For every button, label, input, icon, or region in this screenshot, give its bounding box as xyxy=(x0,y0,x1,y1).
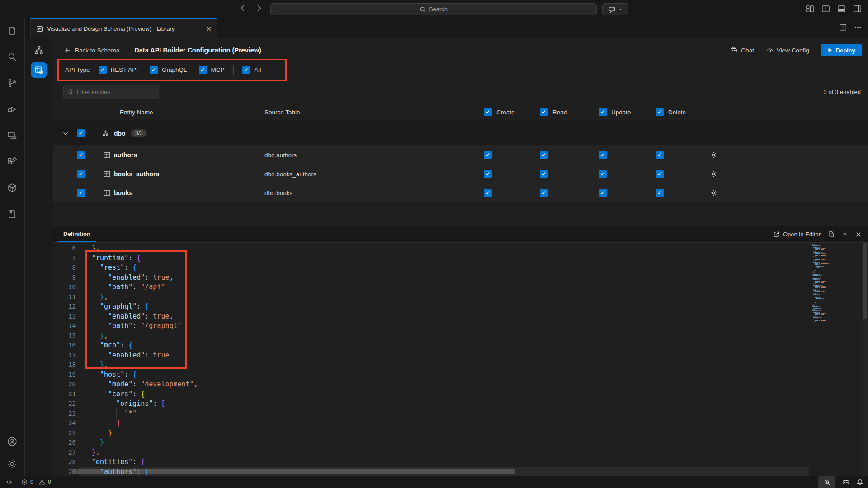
remote-indicator-icon[interactable] xyxy=(6,479,13,486)
op-checkbox-authors-delete[interactable]: ✓ xyxy=(656,151,664,159)
vertical-scrollbar[interactable] xyxy=(862,243,868,476)
toggle-secondary-sidebar-icon[interactable] xyxy=(853,5,862,13)
code-line-15[interactable]: }, xyxy=(84,331,809,341)
op-checkbox-books-create[interactable]: ✓ xyxy=(484,189,492,197)
op-checkbox-authors-update[interactable]: ✓ xyxy=(599,151,607,159)
code-line-25[interactable]: } xyxy=(84,428,809,438)
code-line-26[interactable]: } xyxy=(84,438,809,448)
database-project-icon[interactable] xyxy=(7,209,18,220)
code-line-11[interactable]: }, xyxy=(84,292,809,302)
minimap[interactable] xyxy=(811,244,861,476)
code-line-6[interactable]: }, xyxy=(84,244,809,253)
code-line-14[interactable]: "path": "/graphql" xyxy=(84,321,809,331)
definition-tab[interactable]: Definition xyxy=(58,226,96,242)
command-search-input[interactable]: Search xyxy=(270,3,597,15)
tab-close-icon[interactable]: ✕ xyxy=(206,25,212,33)
schema-visualize-icon[interactable] xyxy=(33,44,45,56)
group-checkbox[interactable]: ✓ xyxy=(77,129,85,137)
copy-icon[interactable] xyxy=(828,231,835,238)
entity-row-authors[interactable]: ✓ authors dbo.authors ✓✓✓✓ xyxy=(53,145,868,164)
col-checkbox-create[interactable]: ✓ xyxy=(484,108,492,116)
code-line-10[interactable]: "path": "/api" xyxy=(84,282,809,292)
toggle-primary-sidebar-icon[interactable] xyxy=(821,5,830,13)
definition-code-editor[interactable]: 6789101112131415161718192021222324252627… xyxy=(53,243,868,476)
op-checkbox-authors-create[interactable]: ✓ xyxy=(484,151,492,159)
row-settings-gear-icon[interactable] xyxy=(710,189,717,197)
vertical-scrollbar-thumb[interactable] xyxy=(863,243,867,319)
code-line-17[interactable]: "enabled": true xyxy=(84,351,809,361)
table-config-icon-active[interactable] xyxy=(31,62,47,78)
code-line-21[interactable]: "cors": { xyxy=(84,389,809,399)
problems-indicator[interactable]: 0 0 xyxy=(21,479,51,485)
code-line-16[interactable]: "mcp": { xyxy=(84,341,809,351)
entity-row-books_authors[interactable]: ✓ books_authors dbo.books_authors ✓✓✓✓ xyxy=(53,164,868,183)
zoom-indicator[interactable] xyxy=(818,476,835,488)
customize-layout-icon[interactable] xyxy=(806,5,814,13)
code-line-24[interactable]: ] xyxy=(84,418,809,428)
code-line-13[interactable]: "enabled": true, xyxy=(84,312,809,322)
explorer-icon[interactable] xyxy=(7,25,18,36)
row-checkbox-books_authors[interactable]: ✓ xyxy=(77,170,85,178)
copilot-menu-button[interactable] xyxy=(602,3,628,15)
op-checkbox-books-delete[interactable]: ✓ xyxy=(656,189,664,197)
col-checkbox-delete[interactable]: ✓ xyxy=(656,108,664,116)
code-line-20[interactable]: "mode": "development", xyxy=(84,380,809,389)
col-checkbox-update[interactable]: ✓ xyxy=(599,108,607,116)
nav-back-icon[interactable] xyxy=(239,4,247,12)
code-line-19[interactable]: "host": { xyxy=(84,370,809,380)
entity-row-books[interactable]: ✓ books dbo.books ✓✓✓✓ xyxy=(53,183,868,202)
op-checkbox-authors-read[interactable]: ✓ xyxy=(540,151,548,159)
code-line-27[interactable]: }, xyxy=(84,448,809,458)
collapse-panel-icon[interactable] xyxy=(842,231,848,238)
toggle-panel-icon[interactable] xyxy=(837,5,846,13)
back-to-schema-button[interactable]: Back to Schema xyxy=(64,47,119,54)
op-checkbox-books_authors-read[interactable]: ✓ xyxy=(540,170,548,178)
code-line-28[interactable]: "entities": { xyxy=(84,457,809,467)
run-and-debug-icon[interactable] xyxy=(7,104,18,115)
op-checkbox-books_authors-update[interactable]: ✓ xyxy=(599,170,607,178)
search-icon[interactable] xyxy=(7,52,18,62)
open-in-editor-button[interactable]: Open in Editor xyxy=(773,231,821,238)
notifications-bell-icon[interactable] xyxy=(856,479,863,486)
op-checkbox-books-read[interactable]: ✓ xyxy=(540,189,548,197)
api-checkbox-2[interactable]: ✓ xyxy=(199,66,207,74)
code-line-22[interactable]: "origins": [ xyxy=(84,399,809,409)
api-checkbox-all[interactable]: ✓ xyxy=(242,66,250,74)
copilot-status-icon[interactable] xyxy=(842,478,850,486)
settings-gear-icon[interactable] xyxy=(7,459,18,469)
code-line-23[interactable]: "*" xyxy=(84,409,809,419)
row-settings-gear-icon[interactable] xyxy=(710,170,717,178)
extensions-icon[interactable] xyxy=(7,156,18,167)
tab-visualize-design-schema[interactable]: Visualize and Design Schema (Preview) - … xyxy=(30,18,217,38)
col-checkbox-read[interactable]: ✓ xyxy=(540,108,548,116)
remote-explorer-icon[interactable] xyxy=(7,130,18,141)
code-line-7[interactable]: "runtime": { xyxy=(84,253,809,263)
op-checkbox-books_authors-delete[interactable]: ✓ xyxy=(656,170,664,178)
row-settings-gear-icon[interactable] xyxy=(710,151,717,159)
source-control-icon[interactable] xyxy=(7,78,18,89)
entity-source: dbo.books xyxy=(264,189,292,196)
chevron-down-icon[interactable] xyxy=(62,130,69,136)
schema-group-row[interactable]: ✓ dbo 3/3 xyxy=(53,121,868,145)
split-editor-icon[interactable] xyxy=(839,23,847,31)
code-line-9[interactable]: "enabled": true, xyxy=(84,273,809,283)
row-checkbox-authors[interactable]: ✓ xyxy=(77,151,85,159)
deploy-button[interactable]: Deploy xyxy=(821,44,862,56)
view-config-button[interactable]: View Config xyxy=(766,47,809,54)
nav-forward-icon[interactable] xyxy=(255,4,263,12)
api-checkbox-0[interactable]: ✓ xyxy=(99,66,107,74)
api-checkbox-1[interactable]: ✓ xyxy=(150,66,158,74)
horizontal-scrollbar-thumb[interactable] xyxy=(72,469,515,474)
filter-entities-input[interactable] xyxy=(77,89,149,95)
code-line-8[interactable]: "rest": { xyxy=(84,263,809,273)
op-checkbox-books_authors-create[interactable]: ✓ xyxy=(484,170,492,178)
code-line-18[interactable]: }, xyxy=(84,360,809,370)
account-icon[interactable] xyxy=(7,436,18,447)
code-line-12[interactable]: "graphql": { xyxy=(84,302,809,312)
chat-button[interactable]: Chat xyxy=(730,46,754,54)
op-checkbox-books-update[interactable]: ✓ xyxy=(599,189,607,197)
row-checkbox-books[interactable]: ✓ xyxy=(77,189,85,197)
containers-icon[interactable] xyxy=(7,183,18,193)
close-panel-icon[interactable] xyxy=(855,231,862,238)
more-actions-icon[interactable] xyxy=(854,23,862,31)
